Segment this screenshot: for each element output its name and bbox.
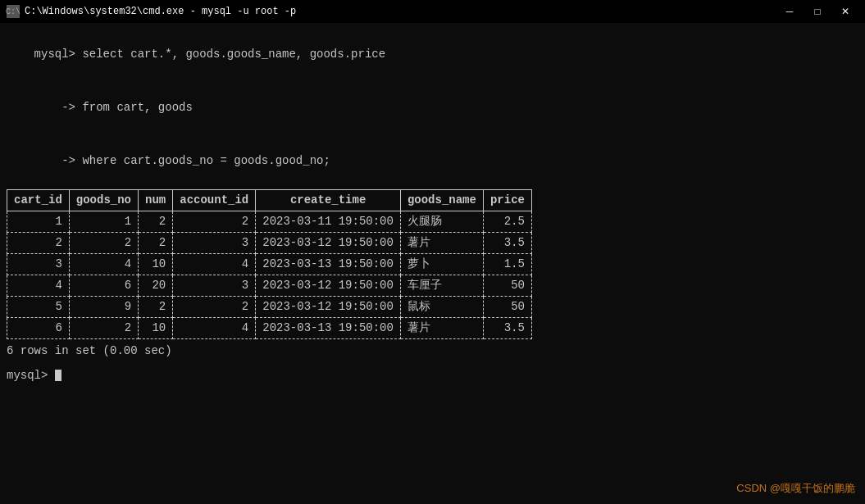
table-row: 462032023-03-12 19:50:00车厘子50 — [7, 275, 532, 297]
restore-button[interactable]: □ — [804, 2, 831, 20]
table-cell: 2023-03-12 19:50:00 — [256, 233, 401, 254]
table-cell: 3 — [7, 254, 70, 275]
col-price: price — [483, 190, 531, 211]
table-cell: 2 — [139, 297, 173, 318]
table-cell: 4 — [173, 318, 256, 339]
table-header-row: cart_id goods_no num account_id create_t… — [7, 190, 532, 211]
table-cell: 6 — [69, 275, 138, 297]
table-cell: 2 — [173, 297, 256, 318]
close-button[interactable]: ✕ — [832, 2, 858, 20]
col-cart-id: cart_id — [7, 190, 70, 211]
query-result-table: cart_id goods_no num account_id create_t… — [7, 189, 858, 339]
next-prompt-text: mysql> — [7, 369, 55, 382]
table-cell: 10 — [139, 318, 173, 339]
sql-line-3: -> where cart.goods_no = goods.good_no; — [7, 134, 858, 188]
table-cell: 2023-03-12 19:50:00 — [256, 297, 401, 318]
table-cell: 4 — [7, 275, 70, 297]
table-row: 22232023-03-12 19:50:00薯片3.5 — [7, 233, 532, 254]
col-num: num — [139, 190, 173, 211]
titlebar: C:\ C:\Windows\system32\cmd.exe - mysql … — [0, 0, 865, 23]
table-row: 59222023-03-12 19:50:00鼠标50 — [7, 297, 532, 318]
table-cell: 3 — [173, 233, 256, 254]
table-cell: 萝卜 — [400, 254, 483, 275]
sql-line-1: mysql> select cart.*, goods.goods_name, … — [7, 28, 858, 81]
table-cell: 6 — [7, 318, 70, 339]
table-cell: 2023-03-13 19:50:00 — [256, 318, 401, 339]
table-cell: 2 — [69, 318, 138, 339]
col-goods-no: goods_no — [69, 190, 138, 211]
table-cell: 3.5 — [483, 318, 531, 339]
titlebar-left: C:\ C:\Windows\system32\cmd.exe - mysql … — [7, 5, 296, 18]
table-row: 341042023-03-13 19:50:00萝卜1.5 — [7, 254, 532, 275]
table-cell: 薯片 — [400, 318, 483, 339]
table-cell: 10 — [139, 254, 173, 275]
table-cell: 2.5 — [483, 211, 531, 233]
col-create-time: create_time — [256, 190, 401, 211]
table-cell: 50 — [483, 297, 531, 318]
table-cell: 4 — [69, 254, 138, 275]
table-cell: 2 — [139, 211, 173, 233]
table-cell: 5 — [7, 297, 70, 318]
table-cell: 3.5 — [483, 233, 531, 254]
table-cell: 1 — [69, 211, 138, 233]
minimize-button[interactable]: ─ — [776, 2, 803, 20]
next-prompt-line: mysql> — [7, 367, 858, 385]
table-cell: 2023-03-11 19:50:00 — [256, 211, 401, 233]
table-cell: 3 — [173, 275, 256, 297]
table-cell: 1 — [7, 211, 70, 233]
prompt-marker-1: mysql> select cart.*, goods.goods_name, … — [34, 48, 385, 61]
cmd-icon: C:\ — [7, 5, 20, 18]
prompt-marker-3: -> where cart.goods_no = goods.good_no; — [34, 154, 330, 167]
result-table: cart_id goods_no num account_id create_t… — [7, 189, 532, 339]
table-cell: 2023-03-12 19:50:00 — [256, 275, 401, 297]
table-cell: 薯片 — [400, 233, 483, 254]
table-cell: 2023-03-13 19:50:00 — [256, 254, 401, 275]
cursor-block — [55, 370, 61, 381]
table-cell: 2 — [139, 233, 173, 254]
table-cell: 1.5 — [483, 254, 531, 275]
col-goods-name: goods_name — [400, 190, 483, 211]
table-cell: 4 — [173, 254, 256, 275]
col-account-id: account_id — [173, 190, 256, 211]
table-cell: 20 — [139, 275, 173, 297]
table-cell: 50 — [483, 275, 531, 297]
table-cell: 2 — [173, 211, 256, 233]
table-cell: 车厘子 — [400, 275, 483, 297]
titlebar-title: C:\Windows\system32\cmd.exe - mysql -u r… — [25, 6, 296, 17]
table-row: 11222023-03-11 19:50:00火腿肠2.5 — [7, 211, 532, 233]
sql-line-2: -> from cart, goods — [7, 81, 858, 134]
table-cell: 2 — [69, 233, 138, 254]
table-cell: 9 — [69, 297, 138, 318]
terminal-area[interactable]: mysql> select cart.*, goods.goods_name, … — [0, 23, 865, 504]
table-cell: 火腿肠 — [400, 211, 483, 233]
table-cell: 2 — [7, 233, 70, 254]
table-row: 621042023-03-13 19:50:00薯片3.5 — [7, 318, 532, 339]
result-summary: 6 rows in set (0.00 sec) — [7, 343, 858, 361]
titlebar-controls: ─ □ ✕ — [776, 2, 858, 20]
prompt-marker-2: -> from cart, goods — [34, 101, 193, 114]
watermark: CSDN @嘎嘎干饭的鹏脆 — [736, 481, 855, 496]
table-cell: 鼠标 — [400, 297, 483, 318]
